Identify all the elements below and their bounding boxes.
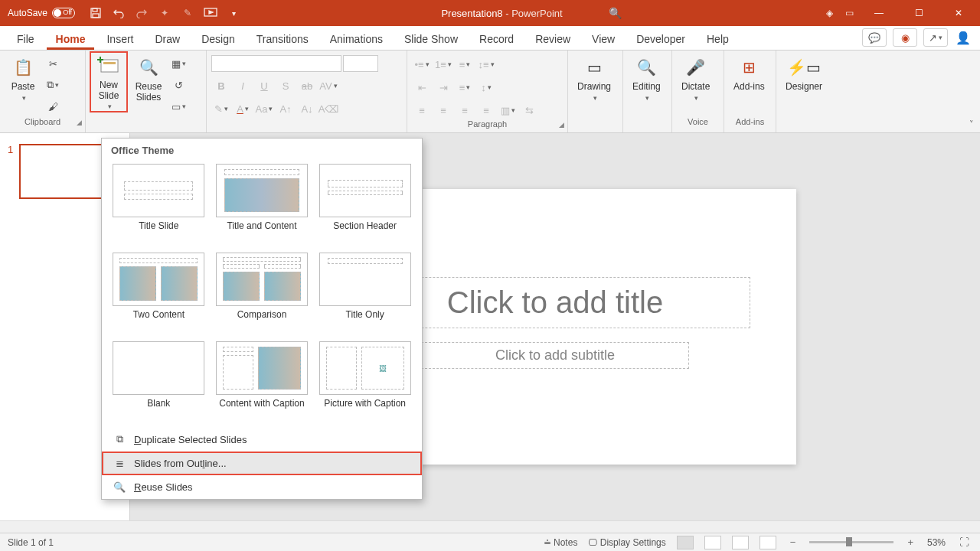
- grow-font-button[interactable]: A↑: [276, 99, 296, 118]
- text-direction-button[interactable]: ↕▾: [476, 78, 496, 96]
- reuse-slides-button[interactable]: 🔍 Reuse Slides: [130, 52, 167, 103]
- layout-icon[interactable]: ▦ ▾: [170, 55, 187, 72]
- shrink-font-button[interactable]: A↓: [297, 99, 317, 118]
- layout-content-caption[interactable]: [216, 341, 308, 395]
- layout-two-content[interactable]: [113, 253, 204, 306]
- format-painter-icon[interactable]: 🖌: [44, 98, 61, 115]
- increase-indent-button[interactable]: ⇥: [433, 78, 453, 96]
- font-size-combo[interactable]: [343, 55, 378, 72]
- tab-transitions[interactable]: Transitions: [247, 28, 318, 50]
- reset-icon[interactable]: ↺: [170, 77, 187, 93]
- strike-button[interactable]: ab: [297, 77, 317, 95]
- tab-record[interactable]: Record: [470, 28, 523, 50]
- cut-icon[interactable]: ✂: [44, 55, 61, 72]
- tab-developer[interactable]: Developer: [627, 28, 694, 50]
- zoom-in-button[interactable]: +: [904, 536, 916, 548]
- notes-button[interactable]: ≐ Notes: [544, 537, 578, 548]
- tab-slideshow[interactable]: Slide Show: [395, 28, 467, 50]
- slideshow-view-button[interactable]: [760, 536, 776, 549]
- bullets-button[interactable]: •≡▾: [412, 55, 432, 73]
- layout-section-header[interactable]: [319, 164, 411, 217]
- autosave-toggle[interactable]: AutoSave Off: [8, 8, 75, 18]
- tab-animations[interactable]: Animations: [321, 28, 392, 50]
- dictate-button[interactable]: 🎤Dictate▾: [677, 52, 714, 103]
- redo-icon[interactable]: [135, 6, 149, 20]
- close-button[interactable]: ✕: [942, 0, 975, 26]
- sorter-view-button[interactable]: [704, 536, 721, 549]
- designer-button[interactable]: ⚡▭Designer: [781, 52, 827, 92]
- save-icon[interactable]: [89, 6, 103, 20]
- normal-view-button[interactable]: [677, 536, 694, 549]
- qat-icon[interactable]: ✦: [158, 6, 172, 20]
- tab-design[interactable]: Design: [192, 28, 244, 50]
- zoom-slider[interactable]: [809, 541, 893, 543]
- layout-title-content[interactable]: [216, 164, 308, 217]
- align-text-button[interactable]: ≡▾: [455, 78, 475, 96]
- search-icon[interactable]: 🔍: [609, 7, 622, 19]
- numbering-button[interactable]: 1≡▾: [433, 55, 453, 73]
- align-center-button[interactable]: ≡: [433, 101, 453, 119]
- reuse-slides-item[interactable]: 🔍Reuse Slides: [102, 475, 422, 499]
- undo-icon[interactable]: [112, 6, 126, 20]
- launcher-icon[interactable]: ◢: [559, 121, 564, 129]
- shadow-button[interactable]: S: [276, 77, 296, 95]
- present-icon[interactable]: [204, 6, 217, 20]
- layout-title-only[interactable]: [319, 253, 411, 306]
- layout-title-slide[interactable]: [113, 164, 204, 217]
- tab-home[interactable]: Home: [47, 28, 95, 50]
- clear-format-button[interactable]: A⌫: [318, 99, 338, 118]
- section-icon[interactable]: ▭ ▾: [170, 98, 187, 115]
- underline-button[interactable]: U: [254, 77, 274, 95]
- justify-button[interactable]: ≡: [476, 101, 496, 119]
- fit-to-window-button[interactable]: ⛶: [956, 536, 972, 548]
- record-button[interactable]: ◉: [893, 28, 917, 47]
- launcher-icon[interactable]: ◢: [77, 119, 82, 126]
- tab-draw[interactable]: Draw: [145, 28, 189, 50]
- columns-button[interactable]: ▥▾: [498, 101, 518, 119]
- highlight-button[interactable]: ✎▾: [211, 99, 231, 118]
- minimize-button[interactable]: ―: [862, 0, 896, 26]
- layout-picture-caption[interactable]: 🖼: [319, 341, 411, 395]
- qat-icon[interactable]: ✎: [181, 6, 194, 20]
- maximize-button[interactable]: ☐: [902, 0, 936, 26]
- font-combo[interactable]: [211, 55, 341, 72]
- copy-icon[interactable]: ⧉ ▾: [44, 77, 61, 93]
- window-mode-icon[interactable]: ▭: [842, 6, 856, 20]
- tab-view[interactable]: View: [583, 28, 624, 50]
- drawing-button[interactable]: ▭Drawing▾: [573, 52, 616, 103]
- account-icon[interactable]: 👤: [954, 31, 972, 45]
- layout-blank[interactable]: [113, 341, 204, 395]
- tab-help[interactable]: Help: [697, 28, 738, 50]
- tab-insert[interactable]: Insert: [97, 28, 142, 50]
- layout-comparison[interactable]: [216, 253, 308, 306]
- tab-review[interactable]: Review: [526, 28, 580, 50]
- duplicate-slides-item[interactable]: ⧉Duplicate Selected Slides: [102, 427, 422, 452]
- collapse-ribbon-icon[interactable]: ˅: [969, 119, 974, 129]
- qat-more-icon[interactable]: ▾: [227, 6, 240, 20]
- zoom-out-button[interactable]: −: [787, 536, 799, 548]
- line-spacing-button[interactable]: ↕≡▾: [476, 55, 496, 73]
- decrease-indent-button[interactable]: ⇤: [412, 78, 432, 96]
- diamond-icon[interactable]: ◈: [822, 6, 836, 20]
- italic-button[interactable]: I: [233, 77, 253, 95]
- new-slide-button[interactable]: New Slide▾: [90, 52, 127, 112]
- align-left-button[interactable]: ≡: [412, 101, 432, 119]
- addins-button[interactable]: ⊞Add-ins: [729, 52, 769, 92]
- character-spacing-button[interactable]: AV▾: [318, 77, 338, 95]
- zoom-level[interactable]: 53%: [927, 537, 946, 548]
- subtitle-placeholder[interactable]: Click to add subtitle: [421, 342, 689, 369]
- reading-view-button[interactable]: [732, 536, 749, 549]
- editing-button[interactable]: 🔍Editing▾: [628, 52, 665, 103]
- comments-button[interactable]: 💬: [862, 28, 887, 47]
- tab-file[interactable]: File: [8, 28, 44, 50]
- bold-button[interactable]: B: [211, 77, 231, 95]
- horizontal-scrollbar[interactable]: [0, 520, 980, 533]
- share-button[interactable]: ↗ ▾: [923, 28, 948, 47]
- display-settings-button[interactable]: 🖵 Display Settings: [588, 537, 665, 548]
- paste-button[interactable]: 📋 Paste▾: [5, 52, 41, 103]
- smartart-button[interactable]: ⇆: [519, 101, 539, 119]
- slides-from-outline-item[interactable]: ≣Slides from Outline...: [102, 452, 422, 475]
- font-color-button[interactable]: A▾: [233, 99, 253, 118]
- list-level-button[interactable]: ≡▾: [455, 55, 475, 73]
- change-case-button[interactable]: Aa▾: [254, 99, 274, 118]
